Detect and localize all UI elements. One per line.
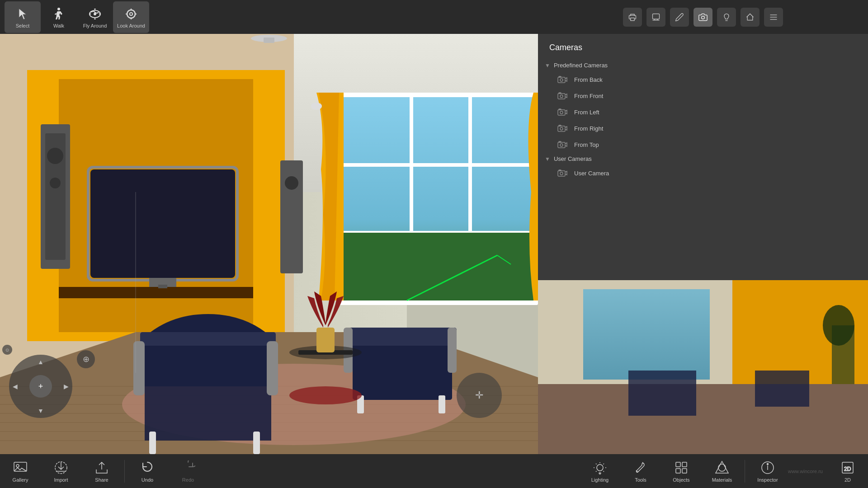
import-button[interactable]: Import <box>41 455 81 487</box>
svg-rect-63 <box>316 328 335 352</box>
look-around-tool[interactable]: Look Around <box>113 1 149 33</box>
svg-rect-51 <box>133 341 145 395</box>
lighting-button[interactable]: Lighting <box>580 455 620 487</box>
inspector-label: Inspector <box>757 477 778 483</box>
main-viewport[interactable]: ▲ ▼ ◀ ▶ + ⊙ ⊕ ✛ <box>0 34 538 454</box>
cursor-icon <box>14 6 31 22</box>
select-tool[interactable]: Select <box>5 1 41 33</box>
user-cameras-label: User Cameras <box>554 155 592 162</box>
svg-point-111 <box>718 464 726 471</box>
import-icon <box>53 460 69 476</box>
home-button[interactable] <box>741 8 760 27</box>
2d-label: 2D <box>844 477 851 483</box>
camera-from-top[interactable]: From Top <box>538 136 868 153</box>
2d-icon: 2D <box>840 460 856 476</box>
svg-rect-86 <box>558 142 565 148</box>
redo-icon <box>180 460 196 476</box>
fly-around-tool[interactable]: Fly Around <box>77 1 113 33</box>
svg-rect-66 <box>264 38 274 43</box>
gallery-icon <box>12 460 28 476</box>
materials-button[interactable]: Materials <box>702 455 742 487</box>
svg-rect-56 <box>348 328 457 346</box>
svg-rect-109 <box>682 469 687 473</box>
joystick-center[interactable]: + <box>29 375 52 398</box>
watermark-text: www.wincore.ru <box>788 469 823 474</box>
cameras-title: Cameras <box>538 34 868 59</box>
look-icon <box>123 6 139 22</box>
redo-button[interactable]: Redo <box>168 455 208 487</box>
share-button[interactable]: Share <box>81 455 122 487</box>
svg-point-28 <box>47 148 63 164</box>
undo-button[interactable]: Undo <box>127 455 168 487</box>
print-button[interactable] <box>623 8 642 27</box>
camera-from-back-icon <box>556 75 569 84</box>
svg-rect-98 <box>755 371 809 407</box>
walk-tool[interactable]: Walk <box>41 1 77 33</box>
svg-rect-21 <box>59 287 253 298</box>
screenshot-button[interactable] <box>646 8 665 27</box>
svg-point-90 <box>560 172 563 175</box>
gallery-label: Gallery <box>13 477 28 483</box>
svg-rect-52 <box>267 341 278 395</box>
user-camera-label: User Camera <box>574 170 609 177</box>
svg-rect-83 <box>558 126 565 131</box>
inspector-button[interactable]: Inspector <box>747 455 788 487</box>
from-right-label: From Right <box>574 125 603 132</box>
predefined-arrow-icon: ▼ <box>545 62 550 69</box>
panel-toolbar <box>538 0 868 34</box>
svg-point-70 <box>702 16 705 19</box>
full-bottom-bar: Gallery Import Share Undo Redo Lighti <box>0 454 868 488</box>
user-cameras-header[interactable]: ▼ User Cameras <box>538 153 868 165</box>
2d-button[interactable]: 2D 2D <box>827 455 868 487</box>
tools-label: Tools <box>635 477 646 483</box>
svg-rect-82 <box>559 109 561 110</box>
camera-from-right[interactable]: From Right <box>538 120 868 136</box>
undo-icon <box>139 460 156 476</box>
svg-point-78 <box>560 95 563 98</box>
list-button[interactable] <box>764 8 783 27</box>
svg-rect-107 <box>682 462 687 467</box>
predefined-cameras-header[interactable]: ▼ Predefined Cameras <box>538 59 868 71</box>
svg-rect-38 <box>344 233 533 300</box>
tools-button[interactable]: Tools <box>620 455 661 487</box>
svg-rect-74 <box>558 77 565 83</box>
camera-from-right-icon <box>556 124 569 133</box>
camera-from-left-icon <box>556 108 569 117</box>
camera-from-top-icon <box>556 140 569 149</box>
camera-panel-button[interactable] <box>693 8 712 27</box>
svg-rect-80 <box>558 110 565 115</box>
svg-point-31 <box>285 176 298 190</box>
svg-rect-108 <box>676 469 680 473</box>
camera-from-back[interactable]: From Back <box>538 71 868 88</box>
camera-from-front[interactable]: From Front <box>538 88 868 104</box>
svg-point-5 <box>130 13 132 15</box>
camera-from-left[interactable]: From Left <box>538 104 868 120</box>
objects-button[interactable]: Objects <box>661 455 702 487</box>
pen-button[interactable] <box>670 8 689 27</box>
svg-rect-85 <box>559 125 561 126</box>
look-reset-button[interactable]: ⊙ <box>2 345 12 355</box>
lightbulb-button[interactable] <box>717 8 736 27</box>
from-left-label: From Left <box>574 109 599 116</box>
lighting-label: Lighting <box>591 477 609 483</box>
rotation-control[interactable]: ✛ <box>457 373 502 418</box>
gallery-button[interactable]: Gallery <box>0 455 41 487</box>
user-cameras-arrow-icon: ▼ <box>545 156 550 162</box>
undo-label: Undo <box>142 477 153 483</box>
move-forward-button[interactable]: ⊕ <box>77 350 95 368</box>
svg-rect-96 <box>583 289 710 380</box>
select-label: Select <box>16 23 30 28</box>
svg-rect-88 <box>559 141 561 142</box>
lighting-icon <box>592 460 608 476</box>
look-around-label: Look Around <box>117 23 145 28</box>
fly-icon <box>87 6 103 22</box>
walk-label: Walk <box>53 23 64 28</box>
camera-user[interactable]: User Camera <box>538 165 868 181</box>
svg-rect-58 <box>448 328 457 373</box>
svg-rect-97 <box>628 371 696 416</box>
svg-rect-60 <box>439 395 445 413</box>
svg-rect-106 <box>676 462 680 467</box>
svg-point-114 <box>767 464 768 465</box>
navigation-joystick[interactable]: ▲ ▼ ◀ ▶ + <box>9 355 72 418</box>
fly-around-label: Fly Around <box>83 23 107 28</box>
